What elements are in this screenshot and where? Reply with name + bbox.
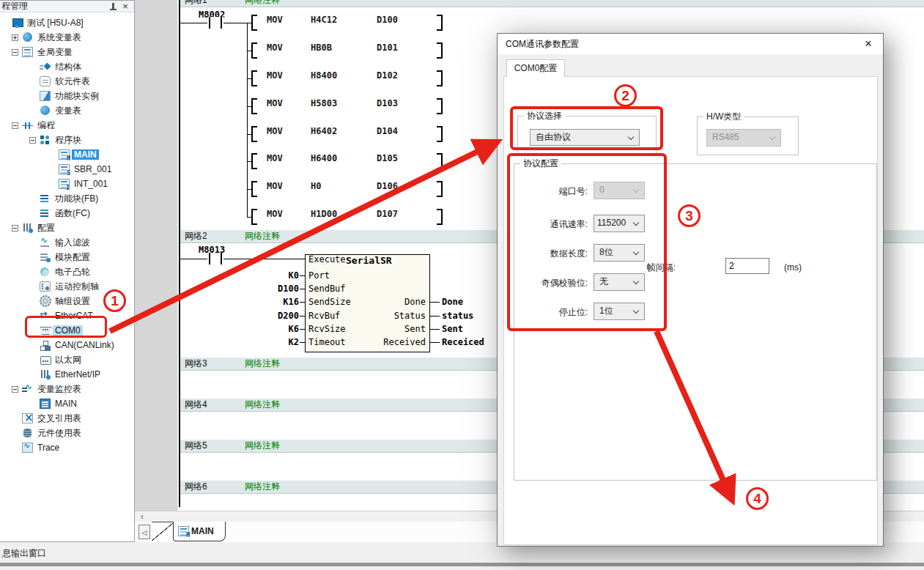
network-1-header[interactable]: 网络1 网络注释 (180, 0, 924, 7)
instruction-dst: D105 (377, 153, 398, 163)
tab-com0-config[interactable]: COM0配置 (506, 59, 565, 77)
collapse-icon[interactable] (12, 49, 18, 56)
tree-item-ethernet-ip[interactable]: EtherNet/IP (0, 367, 134, 382)
project-manager-panel: 程管理 测试 [H5U-A8] 系统变量表 全局变量 结构体 软元件表 功能块实… (0, 0, 135, 542)
left-bracket (251, 209, 257, 225)
mov-instruction[interactable]: MOV H0 D106 (251, 181, 444, 197)
no-contact-symbol[interactable] (207, 253, 223, 264)
output-window-title[interactable]: 息输出窗口 (2, 547, 46, 560)
tree-item-function-fc[interactable]: 函数(FC) (0, 206, 134, 221)
mov-instruction[interactable]: MOV H6402 D104 (251, 126, 444, 142)
block-input-value[interactable]: D200 (248, 310, 299, 322)
tree-item-global-vars[interactable]: 全局变量 (0, 45, 134, 59)
instruction-src: H6400 (311, 153, 337, 163)
block-output-var[interactable]: Sent (442, 323, 463, 335)
tree-item-device-usage[interactable]: 元件使用表 (0, 426, 134, 440)
rung-line (180, 259, 305, 259)
hw-type-label: H/W类型 (703, 111, 744, 122)
close-icon[interactable] (121, 1, 130, 11)
block-input-value[interactable]: K16 (248, 296, 299, 308)
mov-instruction[interactable]: MOV H5803 D103 (251, 98, 444, 114)
block-title: SerialSR (346, 255, 392, 267)
tree-item-can[interactable]: CAN(CANLink) (0, 338, 134, 352)
hw-type-value: RS485 (712, 132, 739, 142)
network-name: 网络3 (185, 358, 207, 370)
tree-item-programming[interactable]: 编程 (0, 118, 134, 133)
collapse-icon[interactable] (12, 122, 18, 129)
tree-item-device-table[interactable]: 软元件表 (0, 74, 134, 89)
network-comment[interactable]: 网络注释 (245, 358, 280, 370)
instruction-src: H6402 (311, 126, 337, 136)
network-comment[interactable]: 网络注释 (245, 399, 280, 411)
network-comment[interactable]: 网络注释 (245, 0, 280, 7)
tree-item-function-block-fb[interactable]: 功能块(FB) (0, 191, 134, 206)
function-block-icon (40, 193, 51, 204)
frame-interval-input[interactable] (725, 258, 769, 274)
instruction-dst: D102 (377, 70, 398, 81)
plc-project-icon (12, 18, 23, 28)
no-contact-symbol[interactable] (207, 17, 223, 29)
tree-item-ecam[interactable]: 电子凸轮 (0, 264, 134, 279)
output-stub (430, 316, 440, 317)
collapse-icon[interactable] (29, 137, 36, 144)
program-doc-icon (59, 164, 70, 174)
database-icon (22, 428, 33, 438)
tree-item-config[interactable]: 配置 (0, 221, 134, 235)
tree-item-main[interactable]: MAIN (0, 147, 134, 162)
pin-icon[interactable] (110, 3, 117, 11)
network-comment[interactable]: 网络注释 (245, 230, 280, 243)
block-input-value[interactable]: K2 (248, 336, 299, 348)
block-port: RcvSize (308, 323, 346, 335)
network-comment[interactable]: 网络注释 (245, 481, 280, 493)
block-input-value[interactable]: D100 (248, 283, 299, 295)
tree-item-var-table[interactable]: 变量表 (0, 103, 134, 118)
input-stub (300, 329, 305, 330)
tree-item-program-blocks[interactable]: 程序块 (0, 133, 134, 147)
block-input-value[interactable]: K6 (248, 323, 299, 335)
block-output-var[interactable]: Receiced (442, 336, 484, 348)
tree-item-cross-ref[interactable]: 交叉引用表 (0, 411, 134, 426)
tree-item-project[interactable]: 测试 [H5U-A8] (0, 15, 134, 30)
tab-nav-left-icon[interactable] (138, 525, 150, 539)
tree-item-input-filter[interactable]: 输入滤波 (0, 235, 134, 250)
mov-instruction[interactable]: MOV H1D00 D107 (251, 209, 444, 225)
right-bracket (437, 15, 443, 31)
mov-instruction[interactable]: MOV H6400 D105 (251, 153, 444, 169)
bottom-divider (0, 563, 924, 566)
block-input-value[interactable]: K0 (248, 270, 299, 281)
block-output-var[interactable]: status (442, 310, 473, 322)
output-stub (430, 302, 440, 303)
instruction-dst: D103 (377, 98, 398, 108)
tree-item-sbr001[interactable]: SBR_001 (0, 162, 134, 177)
mov-instruction[interactable]: MOV H4C12 D100 (251, 15, 444, 31)
block-port: SendBuf (308, 283, 346, 295)
tree-item-module-config[interactable]: 模块配置 (0, 250, 134, 264)
mov-instruction[interactable]: MOV H8400 D102 (251, 70, 444, 86)
tree-item-fb-instance[interactable]: 功能块实例 (0, 89, 134, 103)
tree-item-system-vars[interactable]: 系统变量表 (0, 30, 134, 45)
tree-item-monitor-main[interactable]: MAIN (0, 396, 134, 411)
dialog-close-icon[interactable] (860, 37, 876, 51)
block-port-execute: Execute (308, 253, 346, 265)
tree-item-ethernet[interactable]: 以太网 (0, 352, 134, 367)
block-output-var[interactable]: Done (442, 296, 463, 308)
tree-item-trace[interactable]: Trace (0, 440, 134, 455)
scroll-left-icon[interactable] (136, 512, 148, 522)
application-window: 网络1 网络注释 网络2 网络注释 网络3 网络注释 网络4 网络注释 网络5 … (0, 0, 924, 570)
mov-instruction[interactable]: MOV HB0B D101 (251, 42, 444, 59)
output-stub (430, 342, 440, 343)
collapse-icon[interactable] (12, 225, 18, 232)
collapse-icon[interactable] (12, 386, 18, 393)
tab-main[interactable]: MAIN (173, 522, 226, 541)
dialog-titlebar[interactable]: COM通讯参数配置 (498, 34, 883, 54)
tree-item-int001[interactable]: INT_001 (0, 177, 134, 191)
cam-icon (40, 267, 51, 277)
tree-item-struct[interactable]: 结构体 (0, 59, 134, 74)
right-bracket (437, 126, 443, 142)
editor-gutter (135, 0, 178, 511)
right-bracket (437, 209, 443, 225)
tree-item-var-monitor[interactable]: 变量监控表 (0, 382, 134, 396)
instruction-dst: D100 (377, 15, 398, 25)
expand-icon[interactable] (12, 34, 18, 41)
network-comment[interactable]: 网络注释 (245, 440, 280, 452)
